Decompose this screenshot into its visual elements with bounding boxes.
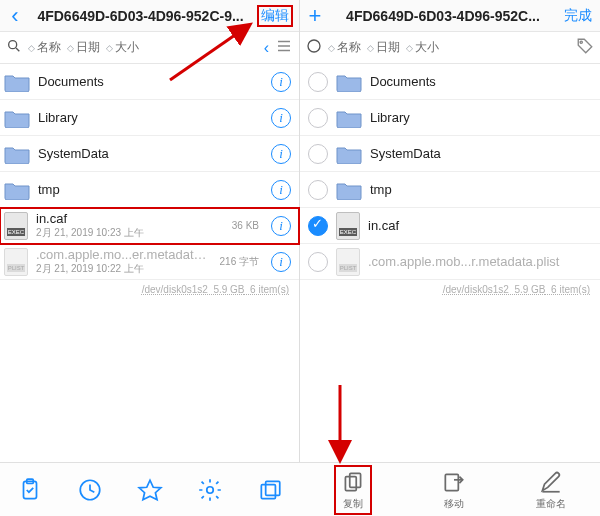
sort-date[interactable]: ◇日期 (367, 39, 400, 56)
chevron-left-icon[interactable]: ‹ (264, 39, 269, 57)
file-list: Documents i Library i SystemData i tmp i… (0, 64, 299, 516)
edit-button[interactable]: 编辑 (257, 5, 293, 27)
list-item-incaf[interactable]: EXEC in.caf 2月 21, 2019 10:23 上午 36 KB i (0, 208, 299, 244)
footer-stats: /dev/disk0s1s2 5.9 GB 6 item(s) (300, 280, 600, 295)
clipboard-icon (17, 477, 43, 503)
favorite-button[interactable] (137, 477, 163, 503)
select-circle[interactable] (308, 144, 328, 164)
svg-rect-12 (261, 484, 275, 498)
svg-point-6 (580, 41, 582, 43)
item-name: SystemData (370, 146, 592, 161)
select-circle-checked[interactable] (308, 216, 328, 236)
rename-label: 重命名 (536, 497, 566, 511)
list-item[interactable]: tmp i (0, 172, 299, 208)
clock-icon (77, 477, 103, 503)
svg-line-1 (16, 48, 19, 51)
file-icon: EXEC (4, 212, 28, 240)
copy-icon (340, 469, 366, 495)
folder-icon (4, 108, 30, 128)
item-name: Library (370, 110, 592, 125)
move-button[interactable]: 移动 (441, 469, 467, 511)
done-button[interactable]: 完成 (562, 7, 594, 25)
item-size: 36 KB (232, 220, 259, 231)
tag-icon[interactable] (576, 37, 594, 58)
select-circle[interactable] (308, 252, 328, 272)
move-label: 移动 (444, 497, 464, 511)
search-icon[interactable] (6, 38, 22, 57)
copy-button[interactable]: 复制 (334, 465, 372, 515)
sort-size[interactable]: ◇大小 (106, 39, 139, 56)
list-view-icon[interactable] (275, 37, 293, 58)
windows-icon (257, 477, 283, 503)
list-item[interactable]: Library i (0, 100, 299, 136)
file-icon: EXEC (336, 212, 360, 240)
rename-button[interactable]: 重命名 (536, 469, 566, 511)
list-item[interactable]: PLIST .com.apple.mo...er.metadata.plist … (0, 244, 299, 280)
item-name: Documents (38, 74, 263, 89)
folder-icon (4, 144, 30, 164)
folder-icon (336, 144, 362, 164)
folder-icon (336, 180, 362, 200)
left-screen: ‹ 4FD6649D-6D03-4D96-952C-9... 编辑 ◇名称 ◇日… (0, 0, 300, 516)
item-name: Documents (370, 74, 592, 89)
item-name: in.caf (36, 211, 224, 226)
list-item[interactable]: Documents (300, 64, 600, 100)
item-name: SystemData (38, 146, 263, 161)
right-screen: + 4FD6649D-6D03-4D96-952C... 完成 ◇名称 ◇日期 … (300, 0, 600, 516)
clipboard-button[interactable] (17, 477, 43, 503)
select-circle[interactable] (308, 180, 328, 200)
list-item[interactable]: tmp (300, 172, 600, 208)
windows-button[interactable] (257, 477, 283, 503)
settings-button[interactable] (197, 477, 223, 503)
item-sub: 2月 21, 2019 10:22 上午 (36, 262, 212, 276)
item-name: .com.apple.mo...er.metadata.plist (36, 247, 212, 262)
back-icon[interactable]: ‹ (6, 3, 24, 29)
svg-point-5 (308, 40, 320, 52)
move-icon (441, 469, 467, 495)
info-icon[interactable]: i (271, 216, 291, 236)
file-list: Documents Library SystemData tmp EXEC in… (300, 64, 600, 516)
path-title: 4FD6649D-6D03-4D96-952C-9... (24, 8, 257, 24)
file-icon: PLIST (336, 248, 360, 276)
list-item[interactable]: Library (300, 100, 600, 136)
svg-rect-16 (445, 474, 458, 490)
list-item[interactable]: SystemData i (0, 136, 299, 172)
item-name: tmp (38, 182, 263, 197)
svg-point-0 (9, 41, 17, 49)
folder-icon (336, 108, 362, 128)
info-icon[interactable]: i (271, 252, 291, 272)
info-icon[interactable]: i (271, 180, 291, 200)
sort-bar: ◇名称 ◇日期 ◇大小 ‹ (0, 32, 299, 64)
list-item-incaf[interactable]: EXEC in.caf (300, 208, 600, 244)
file-icon: PLIST (4, 248, 28, 276)
star-icon (137, 477, 163, 503)
sort-bar: ◇名称 ◇日期 ◇大小 (300, 32, 600, 64)
select-all-icon[interactable] (306, 38, 322, 57)
select-circle[interactable] (308, 72, 328, 92)
list-item[interactable]: Documents i (0, 64, 299, 100)
info-icon[interactable]: i (271, 144, 291, 164)
svg-rect-15 (350, 473, 361, 487)
info-icon[interactable]: i (271, 72, 291, 92)
plus-icon[interactable]: + (306, 3, 324, 29)
item-sub: 2月 21, 2019 10:23 上午 (36, 226, 224, 240)
sort-size[interactable]: ◇大小 (406, 39, 439, 56)
footer-stats: /dev/disk0s1s2 5.9 GB 6 item(s) (0, 280, 299, 295)
recent-button[interactable] (77, 477, 103, 503)
select-circle[interactable] (308, 108, 328, 128)
sort-date[interactable]: ◇日期 (67, 39, 100, 56)
rename-icon (538, 469, 564, 495)
list-item[interactable]: PLIST .com.apple.mob...r.metadata.plist (300, 244, 600, 280)
item-name: tmp (370, 182, 592, 197)
svg-rect-13 (266, 481, 280, 495)
bottom-toolbar: 复制 移动 重命名 (0, 462, 600, 516)
header: + 4FD6649D-6D03-4D96-952C... 完成 (300, 0, 600, 32)
info-icon[interactable]: i (271, 108, 291, 128)
sort-name[interactable]: ◇名称 (28, 39, 61, 56)
sort-name[interactable]: ◇名称 (328, 39, 361, 56)
item-size: 216 字节 (220, 255, 259, 269)
list-item[interactable]: SystemData (300, 136, 600, 172)
svg-rect-14 (346, 476, 357, 490)
item-name: .com.apple.mob...r.metadata.plist (368, 254, 592, 269)
folder-icon (4, 72, 30, 92)
